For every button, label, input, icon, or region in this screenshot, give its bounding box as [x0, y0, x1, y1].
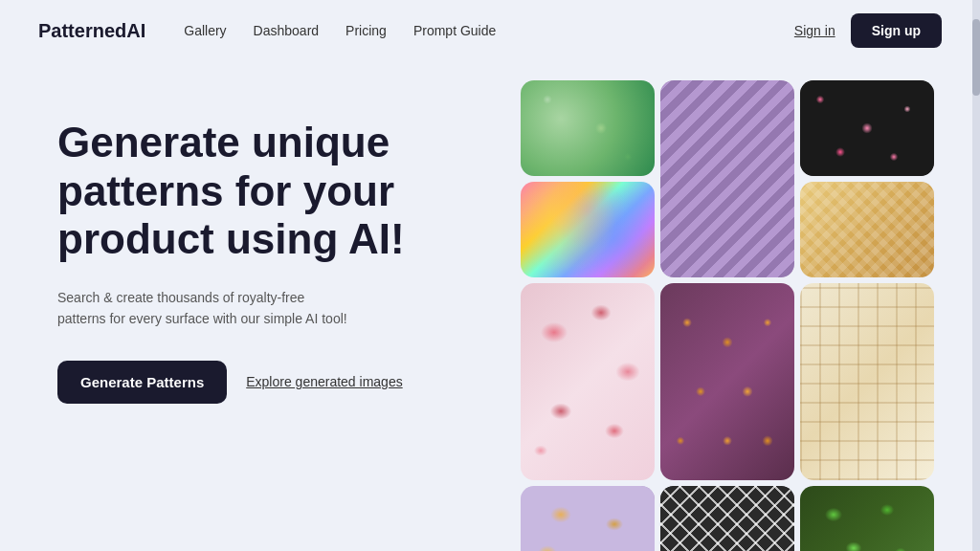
signin-button[interactable]: Sign in [794, 23, 835, 38]
pattern-card-green-leaves[interactable] [800, 486, 934, 551]
pattern-card-dark-flowers[interactable] [660, 283, 794, 480]
nav-dashboard[interactable]: Dashboard [254, 23, 320, 38]
pattern-card-purple-floral[interactable] [521, 486, 655, 551]
scrollbar-thumb[interactable] [972, 19, 980, 96]
pattern-grid [521, 61, 980, 551]
pattern-card-gold-grid[interactable] [800, 283, 934, 480]
hero-text: Generate unique patterns for your produc… [57, 99, 459, 404]
hero-subtext: Search & create thousands of royalty-fre… [57, 287, 354, 330]
pattern-card-gold-diamond[interactable] [800, 182, 934, 277]
nav-actions: Sign in Sign up [794, 13, 942, 48]
hero-heading: Generate unique patterns for your produc… [57, 119, 459, 264]
nav-prompt-guide[interactable]: Prompt Guide [413, 23, 496, 38]
pattern-card-art-deco[interactable] [660, 80, 794, 277]
pattern-card-dark-floral[interactable] [800, 80, 934, 176]
explore-images-button[interactable]: Explore generated images [246, 374, 402, 389]
generate-patterns-button[interactable]: Generate Patterns [57, 361, 227, 404]
brand-logo[interactable]: PatternedAI [38, 20, 145, 42]
navbar: PatternedAI Gallery Dashboard Pricing Pr… [0, 0, 980, 61]
hero-section: Generate unique patterns for your produc… [0, 61, 980, 551]
pattern-card-leaves[interactable] [521, 80, 655, 176]
nav-gallery[interactable]: Gallery [184, 23, 226, 38]
signup-button[interactable]: Sign up [851, 13, 942, 48]
nav-pricing[interactable]: Pricing [345, 23, 387, 38]
pattern-card-colorful[interactable] [521, 182, 655, 277]
nav-links: Gallery Dashboard Pricing Prompt Guide [184, 23, 794, 38]
pattern-card-light-floral[interactable] [521, 283, 655, 480]
scrollbar[interactable] [972, 0, 980, 551]
pattern-card-black-diamond[interactable] [660, 486, 794, 551]
hero-buttons: Generate Patterns Explore generated imag… [57, 361, 459, 404]
